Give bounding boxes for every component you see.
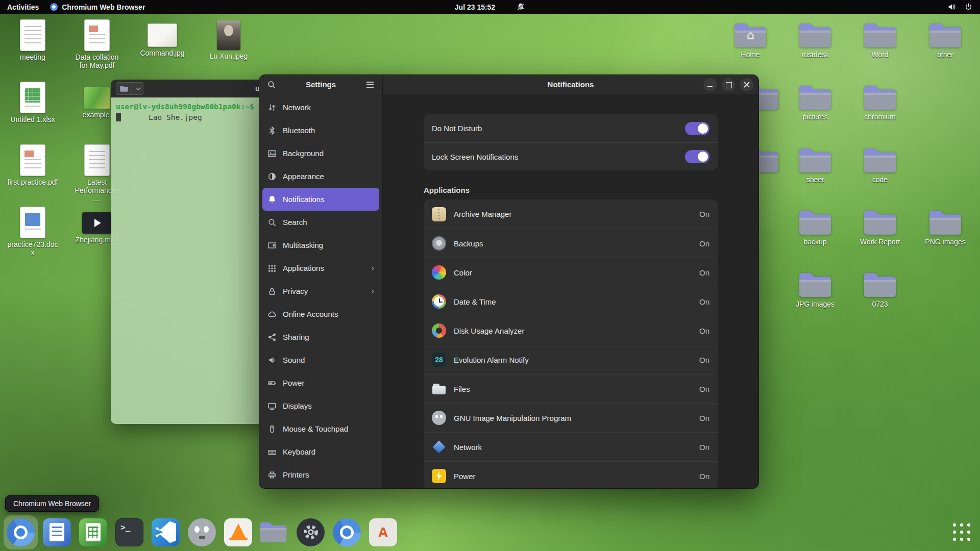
sidebar-item-label: Printers [283, 470, 309, 479]
search-icon [267, 218, 277, 227]
sidebar-item-sharing[interactable]: Sharing [262, 325, 379, 348]
sidebar-item-privacy[interactable]: Privacy [262, 280, 379, 303]
desktop-icon-jpg-images[interactable]: JPG images [790, 268, 841, 308]
app-row-evolution-alarm-notify[interactable]: 28 Evolution Alarm Notify On [424, 345, 718, 374]
desktop-icon-untitled-xlsx[interactable]: Untitled 1.xlsx [7, 82, 58, 123]
dock-item-files[interactable] [259, 517, 289, 547]
app-row-files[interactable]: Files On [424, 374, 718, 403]
desktop-icon-png-images[interactable]: PNG images [920, 206, 971, 246]
files-folder-icon [259, 520, 287, 543]
desktop-icon-rustdesk[interactable]: rustdesk [790, 19, 841, 59]
sidebar-item-mouse-touchpad[interactable]: Mouse & Touchpad [262, 417, 379, 440]
app-row-power[interactable]: Power On [424, 461, 718, 488]
do-not-disturb-row: Do Not Disturb [424, 114, 718, 142]
libreoffice-calc-icon [79, 518, 107, 546]
app-row-disk-usage-analyzer[interactable]: Disk Usage Analyzer On [424, 316, 718, 345]
backups-icon [432, 236, 446, 251]
folder-icon [863, 21, 897, 48]
dock-item-gimp[interactable] [187, 517, 217, 547]
app-status: On [699, 414, 709, 422]
desktop-icon-command-jpg[interactable]: Command.jpg [137, 19, 188, 57]
app-row-gimp[interactable]: GNU Image Manipulation Program On [424, 403, 718, 432]
sidebar-item-online-accounts[interactable]: Online Accounts [262, 303, 379, 325]
desktop-icon-other[interactable]: other [920, 19, 971, 59]
panel-title: Notifications [548, 80, 594, 89]
show-applications-button[interactable] [949, 519, 974, 545]
app-row-color[interactable]: Color On [424, 258, 718, 287]
software-center-icon [369, 518, 397, 546]
dock-item-libreoffice-writer[interactable] [42, 517, 72, 547]
sidebar-item-multitasking[interactable]: Multitasking [262, 234, 379, 257]
dock-item-vlc[interactable] [223, 517, 253, 547]
desktop-icon-home[interactable]: Home [725, 19, 776, 59]
app-status: On [699, 443, 709, 452]
desktop-icon-0723[interactable]: 0723 [854, 268, 905, 308]
dock-item-libreoffice-calc[interactable] [78, 517, 108, 547]
desktop-icon-pictures[interactable]: pictures [790, 81, 841, 121]
minimize-button[interactable] [703, 78, 717, 91]
focused-app-indicator[interactable]: Chromium Web Browser [50, 3, 145, 11]
clock-menu[interactable]: Jul 23 15:52 [455, 3, 525, 11]
dock-item-chromium-2[interactable] [332, 517, 362, 547]
dock-item-settings[interactable] [296, 517, 326, 547]
close-button[interactable] [740, 78, 753, 91]
desktop-icon-data-collation-pdf[interactable]: Data collation for May.pdf [71, 19, 122, 69]
dock-item-vscode[interactable] [151, 517, 181, 547]
system-status-area[interactable] [947, 3, 980, 11]
desktop-icon-label: sheet [790, 176, 841, 184]
dock-item-chromium[interactable] [6, 517, 36, 547]
chromium-icon [50, 3, 58, 11]
sidebar-item-network[interactable]: Network [262, 96, 379, 119]
pdf-icon [20, 144, 45, 176]
sidebar-item-background[interactable]: Background [262, 142, 379, 165]
desktop-icon-work-report[interactable]: Work Report [854, 206, 905, 246]
sidebar-item-appearance[interactable]: Appearance [262, 165, 379, 188]
desktop-icon-meeting[interactable]: meeting [7, 19, 58, 61]
sidebar-item-label: Displays [283, 402, 312, 410]
app-row-network[interactable]: Network On [424, 432, 718, 461]
app-status: On [699, 327, 709, 335]
tab-dropdown-button[interactable] [132, 82, 143, 95]
desktop-icon-label: Untitled 1.xlsx [7, 115, 58, 123]
image-thumbnail-icon [148, 23, 177, 47]
dock-item-terminal[interactable] [114, 517, 144, 547]
lock-screen-notifications-toggle[interactable] [685, 150, 709, 163]
app-row-backups[interactable]: Backups On [424, 229, 718, 258]
desktop-icon-chromium-folder[interactable]: chromium [854, 81, 905, 121]
desktop-icon-code[interactable]: code [854, 144, 905, 184]
sidebar-item-printers[interactable]: Printers [262, 463, 379, 486]
main-menu-button[interactable] [363, 78, 377, 92]
toggle-label: Do Not Disturb [432, 124, 482, 133]
desktop-icon-label: chromium [854, 113, 905, 121]
new-tab-button[interactable] [116, 82, 132, 95]
date-time-icon [432, 294, 446, 309]
search-button[interactable] [264, 78, 279, 92]
activities-button[interactable]: Activities [7, 3, 39, 11]
dock-item-software[interactable] [368, 517, 398, 547]
desktop-icon-lu-xun-jpeg[interactable]: Lu Xun.jpeg [203, 19, 254, 60]
sidebar-item-label: Sharing [283, 333, 309, 341]
keyboard-icon [267, 447, 277, 457]
power-app-icon [432, 469, 446, 483]
app-row-date-time[interactable]: Date & Time On [424, 287, 718, 316]
do-not-disturb-toggle[interactable] [685, 122, 709, 135]
desktop-icon-first-practice-pdf[interactable]: first practice.pdf [7, 144, 58, 186]
sidebar-item-displays[interactable]: Displays [262, 394, 379, 417]
panel-titlebar[interactable]: Notifications [383, 75, 758, 94]
desktop-icon-word[interactable]: Word [854, 19, 905, 59]
maximize-button[interactable] [722, 78, 735, 91]
app-status: On [699, 472, 709, 481]
desktop-icon-sheet[interactable]: sheet [790, 144, 841, 184]
sidebar-item-search[interactable]: Search [262, 211, 379, 234]
desktop-icon-practice723-docx[interactable]: practice723.docx [7, 207, 58, 257]
desktop-icon-backup[interactable]: backup [790, 206, 841, 246]
sidebar-item-bluetooth[interactable]: Bluetooth [262, 119, 379, 142]
sidebar-item-notifications[interactable]: Notifications [262, 188, 379, 211]
settings-panel: Notifications Do Not Disturb Lock Screen… [383, 75, 758, 488]
sidebar-item-sound[interactable]: Sound [262, 348, 379, 371]
sidebar-item-keyboard[interactable]: Keyboard [262, 440, 379, 463]
sidebar-item-applications[interactable]: Applications [262, 257, 379, 280]
sidebar-item-power[interactable]: Power [262, 371, 379, 394]
document-icon [84, 144, 110, 176]
app-row-archive-manager[interactable]: Archive Manager On [424, 199, 718, 229]
